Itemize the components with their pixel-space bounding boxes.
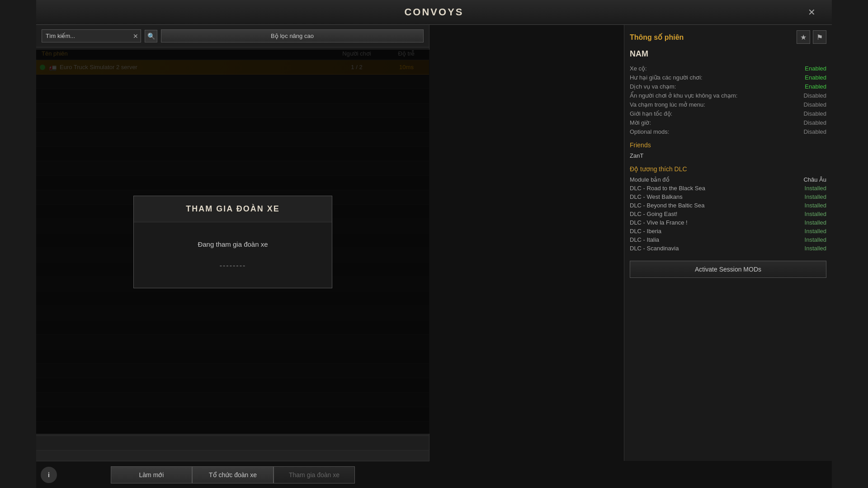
- friends-list: ZanT: [630, 152, 826, 159]
- session-info-header: Thông số phiên ★ ⚑: [630, 30, 826, 44]
- dlc-status: Installed: [805, 185, 826, 192]
- info-field-row: Mời giờ:Disabled: [630, 119, 826, 126]
- info-field-label: Optional mods:: [630, 128, 669, 135]
- info-field-row: Xe cộ:Enabled: [630, 65, 826, 72]
- dlc-row: DLC - Vive la France !Installed: [630, 219, 826, 226]
- dlc-name: DLC - Vive la France !: [630, 219, 688, 226]
- search-input[interactable]: [42, 29, 141, 42]
- dlc-row: DLC - Road to the Black SeaInstalled: [630, 185, 826, 192]
- info-field-value: Enabled: [805, 83, 826, 90]
- info-field-row: Optional mods:Disabled: [630, 128, 826, 135]
- dlc-name: DLC - Beyond the Baltic Sea: [630, 202, 704, 209]
- info-field-label: Mời giờ:: [630, 119, 651, 126]
- info-field-value: Disabled: [803, 92, 826, 99]
- dlc-row: DLC - IberiaInstalled: [630, 228, 826, 235]
- dlc-status: Installed: [805, 228, 826, 235]
- refresh-button[interactable]: Làm mới: [111, 466, 192, 483]
- bookmark-button[interactable]: ⚑: [813, 30, 826, 44]
- info-fields: Xe cộ:EnabledHư hại giữa các người chơi:…: [630, 65, 826, 135]
- dlc-row: DLC - Going East!Installed: [630, 211, 826, 217]
- search-icon[interactable]: 🔍: [145, 30, 157, 42]
- dlc-list: DLC - Road to the Black SeaInstalledDLC …: [630, 185, 826, 252]
- module-map-row: Module bản đồ Châu Âu: [630, 176, 826, 183]
- info-field-label: Va chạm trong lúc mở menu:: [630, 101, 705, 108]
- search-bar: ✕ 🔍 Bộ lọc nâng cao: [36, 25, 429, 47]
- dlc-name: DLC - Road to the Black Sea: [630, 185, 705, 192]
- info-field-label: Dịch vụ va chạm:: [630, 83, 676, 90]
- dlc-status: Installed: [805, 245, 826, 252]
- modal-overlay: THAM GIA ĐOÀN XE Đang tham gia đoàn xe -…: [36, 50, 429, 434]
- info-field-label: Ẩn người chơi ở khu vực không va chạm:: [630, 92, 737, 99]
- session-name: NAM: [630, 49, 826, 59]
- right-panel: Thông số phiên ★ ⚑ NAM Xe cộ:EnabledHư h…: [624, 25, 832, 461]
- join-convoy-modal: THAM GIA ĐOÀN XE Đang tham gia đoàn xe -…: [133, 196, 332, 288]
- dlc-name: DLC - West Balkans: [630, 193, 683, 200]
- info-field-label: Xe cộ:: [630, 65, 647, 72]
- info-field-value: Enabled: [805, 74, 826, 81]
- empty-row: [36, 436, 429, 450]
- friends-section-title: Friends: [630, 141, 826, 149]
- session-info-title: Thông số phiên: [630, 33, 684, 42]
- dlc-status: Installed: [805, 202, 826, 209]
- info-field-value: Disabled: [803, 101, 826, 108]
- search-input-wrap: ✕: [42, 29, 141, 42]
- info-field-value: Disabled: [803, 110, 826, 117]
- left-panel: ✕ 🔍 Bộ lọc nâng cao Tên phiên Người chơi…: [36, 25, 429, 461]
- join-convoy-button[interactable]: Tham gia đoàn xe: [274, 466, 355, 483]
- main-container: CONVOYS ✕ ✕ 🔍 Bộ lọc nâng cao Tên phiên …: [36, 0, 832, 488]
- info-field-row: Va chạm trong lúc mở menu:Disabled: [630, 101, 826, 108]
- star-button[interactable]: ★: [797, 30, 810, 44]
- dlc-status: Installed: [805, 219, 826, 226]
- modal-dots: --------: [143, 262, 323, 270]
- info-field-row: Giới hạn tốc độ:Disabled: [630, 110, 826, 117]
- activate-mods-button[interactable]: Activate Session MODs: [630, 261, 826, 278]
- info-field-value: Disabled: [803, 128, 826, 135]
- dlc-status: Installed: [805, 236, 826, 243]
- friend-entry: ZanT: [630, 152, 826, 159]
- dlc-row: DLC - ScandinaviaInstalled: [630, 245, 826, 252]
- dlc-row: DLC - West BalkansInstalled: [630, 193, 826, 200]
- info-field-row: Hư hại giữa các người chơi:Enabled: [630, 74, 826, 81]
- dlc-row: DLC - ItaliaInstalled: [630, 236, 826, 243]
- dlc-name: DLC - Iberia: [630, 228, 661, 235]
- filter-button[interactable]: Bộ lọc nâng cao: [161, 29, 424, 42]
- module-map-value: Châu Âu: [803, 176, 826, 183]
- bottom-bar: i Làm mới Tổ chức đoàn xe Tham gia đoàn …: [36, 461, 429, 488]
- info-field-label: Giới hạn tốc độ:: [630, 110, 672, 117]
- dlc-name: DLC - Italia: [630, 236, 659, 243]
- info-icon[interactable]: i: [41, 467, 57, 483]
- dlc-name: DLC - Scandinavia: [630, 245, 679, 252]
- dlc-section-title: Độ tương thích DLC: [630, 165, 826, 173]
- close-button[interactable]: ✕: [805, 5, 818, 19]
- info-field-value: Enabled: [805, 65, 826, 72]
- dlc-name: DLC - Going East!: [630, 211, 678, 217]
- module-map-label: Module bản đồ: [630, 176, 670, 183]
- title-bar: CONVOYS ✕: [36, 0, 832, 25]
- info-field-label: Hư hại giữa các người chơi:: [630, 74, 703, 81]
- info-field-row: Dịch vụ va chạm:Enabled: [630, 83, 826, 90]
- modal-body: Đang tham gia đoàn xe --------: [134, 222, 332, 288]
- session-info-actions: ★ ⚑: [797, 30, 826, 44]
- modal-title: THAM GIA ĐOÀN XE: [134, 196, 332, 222]
- dlc-status: Installed: [805, 193, 826, 200]
- dlc-row: DLC - Beyond the Baltic SeaInstalled: [630, 202, 826, 209]
- organize-convoy-button[interactable]: Tổ chức đoàn xe: [192, 466, 274, 483]
- modal-status: Đang tham gia đoàn xe: [143, 240, 323, 248]
- info-field-value: Disabled: [803, 119, 826, 126]
- window-title: CONVOYS: [404, 6, 463, 18]
- search-clear-icon[interactable]: ✕: [133, 33, 138, 40]
- info-field-row: Ẩn người chơi ở khu vực không va chạm:Di…: [630, 92, 826, 99]
- dlc-status: Installed: [805, 211, 826, 217]
